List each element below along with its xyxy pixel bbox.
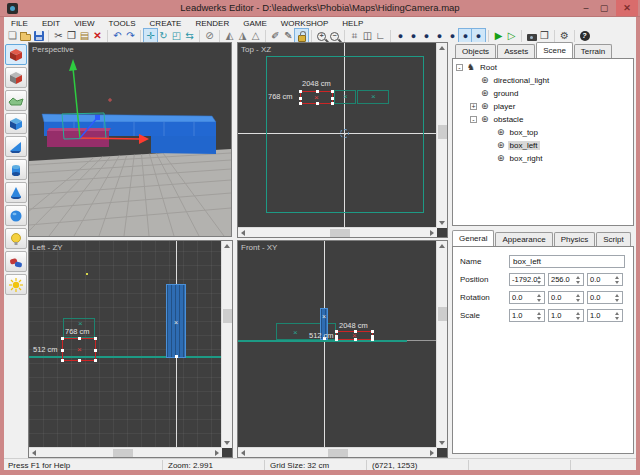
scale-x-input[interactable]: 1.0: [509, 309, 545, 322]
tab-script[interactable]: Script: [596, 232, 630, 246]
paint-tool-button[interactable]: ✐: [269, 29, 282, 43]
name-input[interactable]: [509, 255, 625, 268]
tree-item-directional-light[interactable]: ⊛ directional_light: [453, 74, 633, 87]
tab-scene[interactable]: Scene: [536, 42, 573, 58]
menu-render[interactable]: RENDER: [188, 19, 236, 28]
menu-help[interactable]: HELP: [335, 19, 370, 28]
viewport-left-zy[interactable]: Left - ZY × × 768 cm 512 cm ×: [28, 240, 233, 458]
box-top-outline[interactable]: ×: [334, 90, 356, 104]
grid-snap-button[interactable]: ◫: [361, 29, 374, 43]
cut-button[interactable]: ✂: [52, 29, 65, 43]
collapse-icon[interactable]: -: [470, 116, 477, 123]
spinner-arrows[interactable]: [575, 292, 582, 303]
horizontal-scrollbar[interactable]: [238, 447, 437, 457]
run-game-button[interactable]: ▶: [492, 29, 505, 43]
spinner-arrows[interactable]: [536, 274, 543, 285]
tree-item-player[interactable]: + ⊛ player: [453, 100, 633, 113]
menu-create[interactable]: CREATE: [143, 19, 189, 28]
selected-box-left[interactable]: ×: [300, 91, 333, 104]
tree-item-obstacle[interactable]: - ⊛ obstacle: [453, 113, 633, 126]
mirror-tool-button[interactable]: ⇆: [183, 29, 196, 43]
spinner-arrows[interactable]: [575, 274, 582, 285]
select-box-button[interactable]: ⌗: [348, 29, 361, 43]
viewport-perspective[interactable]: Perspective: [28, 42, 232, 237]
tool-wedge[interactable]: [5, 136, 27, 157]
tab-general[interactable]: General: [452, 230, 494, 246]
tool-terrain-patch[interactable]: [5, 90, 27, 111]
rotate-tool-button[interactable]: ↻: [157, 29, 170, 43]
tool-sphere[interactable]: [5, 205, 27, 226]
tool-box[interactable]: [5, 113, 27, 134]
tool-directional-light[interactable]: [5, 274, 27, 295]
view-sphere-4-button[interactable]: ●: [433, 29, 446, 43]
box-right-outline[interactable]: ×: [357, 90, 389, 104]
scale-z-input[interactable]: 1.0: [587, 309, 623, 322]
move-tool-button[interactable]: ✛: [144, 29, 157, 43]
horizontal-scrollbar[interactable]: [29, 447, 222, 457]
viewport-canvas[interactable]: × × × 2048 cm 512 cm: [238, 241, 437, 448]
close-button[interactable]: ✕: [616, 0, 638, 16]
position-y-input[interactable]: 256.0: [548, 273, 584, 286]
terrain-raise-button[interactable]: ◭: [223, 29, 236, 43]
spinner-arrows[interactable]: [614, 292, 621, 303]
view-sphere-5-button[interactable]: ●: [446, 29, 459, 43]
zoom-out-button[interactable]: −: [328, 29, 341, 43]
save-button[interactable]: [32, 29, 45, 43]
redo-button[interactable]: ↷: [124, 29, 137, 43]
minimize-button[interactable]: –: [578, 0, 594, 16]
view-sphere-7-button[interactable]: ●: [472, 29, 485, 43]
terrain-lower-button[interactable]: ◮: [236, 29, 249, 43]
undo-button[interactable]: ↶: [111, 29, 124, 43]
collapse-icon[interactable]: -: [456, 64, 463, 71]
angle-snap-button[interactable]: ∟: [374, 29, 387, 43]
viewport-front-xy[interactable]: Front - XY × × × 2048 cm 512 cm: [237, 240, 448, 458]
viewport-top-xz[interactable]: Top - XZ × × × 2048 cm 768 cm: [237, 42, 448, 238]
open-file-button[interactable]: [19, 29, 32, 43]
options-button[interactable]: ⚙: [558, 29, 571, 43]
vertical-scrollbar[interactable]: [221, 241, 232, 448]
menu-file[interactable]: FILE: [4, 19, 35, 28]
tree-item-box-right[interactable]: ⊛ box_right: [453, 152, 633, 165]
selected-box-left[interactable]: ×: [336, 331, 373, 340]
vertical-scrollbar[interactable]: [436, 241, 447, 448]
tool-cylinder[interactable]: [5, 159, 27, 180]
horizontal-scrollbar[interactable]: [238, 227, 437, 237]
viewport-canvas[interactable]: × × 768 cm 512 cm ×: [29, 241, 222, 448]
viewport-canvas[interactable]: × × × 2048 cm 768 cm: [238, 43, 437, 228]
position-z-input[interactable]: 0.0: [587, 273, 623, 286]
tree-item-root[interactable]: - ♞ Root: [453, 61, 633, 74]
spinner-arrows[interactable]: [575, 310, 582, 321]
delete-button[interactable]: ✕: [91, 29, 104, 43]
menu-tools[interactable]: TOOLS: [102, 19, 143, 28]
tab-terrain[interactable]: Terrain: [574, 44, 612, 58]
tree-item-box-top[interactable]: ⊛ box_top: [453, 126, 633, 139]
terrain-flatten-button[interactable]: △: [249, 29, 262, 43]
selection-mode-button[interactable]: ⊘: [203, 29, 216, 43]
tree-item-ground[interactable]: ⊛ ground: [453, 87, 633, 100]
expand-icon[interactable]: +: [470, 103, 477, 110]
tab-objects[interactable]: Objects: [455, 44, 496, 58]
help-button[interactable]: ?: [578, 29, 591, 43]
menu-workshop[interactable]: WORKSHOP: [274, 19, 336, 28]
scale-y-input[interactable]: 1.0: [548, 309, 584, 322]
view-sphere-6-button[interactable]: ●: [459, 29, 472, 43]
new-file-button[interactable]: ❏: [6, 29, 19, 43]
tool-point-light[interactable]: [5, 228, 27, 249]
vertical-scrollbar[interactable]: [436, 43, 447, 228]
rotation-y-input[interactable]: 0.0: [548, 291, 584, 304]
spinner-arrows[interactable]: [614, 274, 621, 285]
tab-physics[interactable]: Physics: [554, 232, 596, 246]
zoom-in-button[interactable]: +: [315, 29, 328, 43]
lock-grid-button[interactable]: [295, 29, 308, 43]
spinner-arrows[interactable]: [614, 310, 621, 321]
run-game-debug-button[interactable]: ▷: [505, 29, 518, 43]
view-sphere-1-button[interactable]: ●: [394, 29, 407, 43]
tool-select-brush[interactable]: [5, 44, 27, 65]
spinner-arrows[interactable]: [536, 292, 543, 303]
tool-cone[interactable]: [5, 182, 27, 203]
view-sphere-3-button[interactable]: ●: [420, 29, 433, 43]
paste-button[interactable]: ▤: [78, 29, 91, 43]
menu-view[interactable]: VIEW: [67, 19, 101, 28]
spinner-arrows[interactable]: [536, 310, 543, 321]
tool-model[interactable]: [5, 251, 27, 272]
